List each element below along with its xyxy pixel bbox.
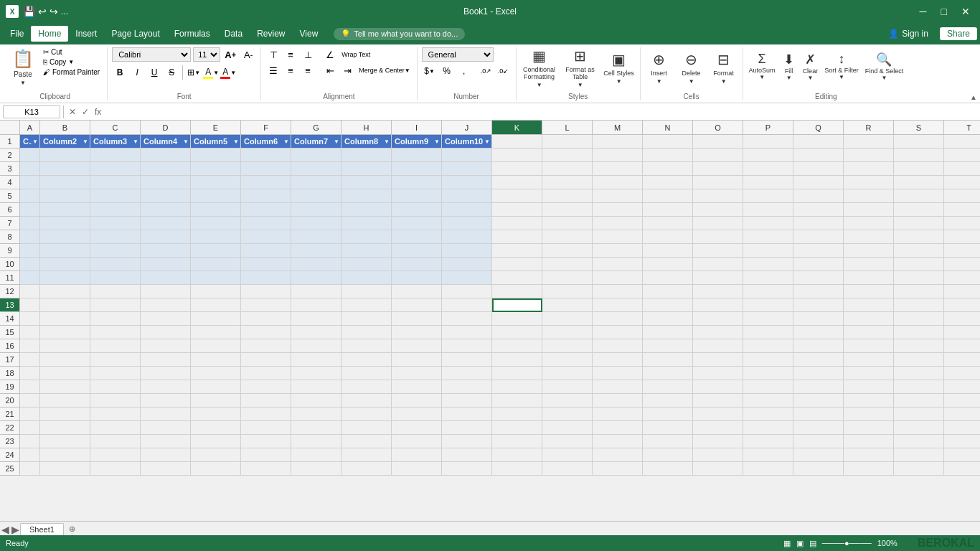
cell-D6[interactable] (141, 203, 191, 217)
cell-E5[interactable] (191, 189, 241, 203)
cell-F25[interactable] (241, 462, 291, 476)
cell-L3[interactable] (542, 162, 593, 176)
cell-J16[interactable] (442, 339, 492, 353)
cell-K2[interactable] (492, 149, 542, 162)
cell-K1[interactable] (492, 135, 542, 149)
cell-G20[interactable] (291, 394, 341, 408)
cell-D9[interactable] (141, 244, 191, 258)
cell-G14[interactable] (291, 312, 341, 326)
cell-O4[interactable] (693, 176, 743, 189)
col-header-B[interactable]: B (40, 121, 90, 135)
cell-R8[interactable] (844, 230, 894, 244)
cell-O15[interactable] (693, 326, 743, 339)
cell-C10[interactable] (90, 258, 141, 271)
filter-btn-F1[interactable]: ▼ (283, 138, 289, 145)
cell-O23[interactable] (693, 435, 743, 448)
cell-E17[interactable] (191, 353, 241, 367)
cell-I25[interactable] (392, 462, 442, 476)
cell-S22[interactable] (894, 421, 944, 435)
cell-L8[interactable] (542, 230, 593, 244)
cell-M2[interactable] (593, 149, 643, 162)
cell-K25[interactable] (492, 462, 542, 476)
cell-A14[interactable] (20, 312, 40, 326)
cell-B20[interactable] (40, 394, 90, 408)
cell-M3[interactable] (593, 162, 643, 176)
cell-P5[interactable] (743, 189, 793, 203)
save-icon[interactable]: 💾 (23, 6, 35, 17)
cell-L2[interactable] (542, 149, 593, 162)
cell-R24[interactable] (844, 448, 894, 462)
cell-E13[interactable] (191, 298, 241, 312)
cell-R2[interactable] (844, 149, 894, 162)
cell-N20[interactable] (643, 394, 693, 408)
cell-J6[interactable] (442, 203, 492, 217)
cell-E18[interactable] (191, 367, 241, 380)
cell-P16[interactable] (743, 339, 793, 353)
cell-D15[interactable] (141, 326, 191, 339)
cell-D7[interactable] (141, 217, 191, 230)
cell-D19[interactable] (141, 380, 191, 394)
cell-H11[interactable] (341, 271, 392, 285)
cell-I4[interactable] (392, 176, 442, 189)
cell-A16[interactable] (20, 339, 40, 353)
cell-R3[interactable] (844, 162, 894, 176)
cell-I12[interactable] (392, 285, 442, 298)
cell-H22[interactable] (341, 421, 392, 435)
paste-dropdown[interactable]: ▼ (20, 80, 26, 86)
cell-T1[interactable] (944, 135, 980, 149)
clear-btn[interactable]: ✗ Clear ▼ (800, 47, 821, 88)
paste-btn[interactable]: 📋 Paste ▼ (7, 47, 39, 88)
filter-btn-E1[interactable]: ▼ (233, 138, 239, 145)
cell-Q23[interactable] (793, 435, 844, 448)
view-page-layout-btn[interactable]: ▣ (796, 539, 804, 548)
cell-L18[interactable] (542, 367, 593, 380)
cell-R21[interactable] (844, 408, 894, 421)
cell-P11[interactable] (743, 271, 793, 285)
row-header-12[interactable]: 12 (0, 285, 20, 298)
cell-L11[interactable] (542, 271, 593, 285)
cell-J4[interactable] (442, 176, 492, 189)
cell-A5[interactable] (20, 189, 40, 203)
col-header-K[interactable]: K (492, 121, 542, 135)
cell-B22[interactable] (40, 421, 90, 435)
cell-A8[interactable] (20, 230, 40, 244)
cell-styles-btn[interactable]: ▣ Cell Styles ▼ (601, 47, 637, 88)
col-header-J[interactable]: J (442, 121, 492, 135)
cell-O3[interactable] (693, 162, 743, 176)
cell-A17[interactable] (20, 353, 40, 367)
cell-I23[interactable] (392, 435, 442, 448)
cell-R7[interactable] (844, 217, 894, 230)
cell-R17[interactable] (844, 353, 894, 367)
cell-K14[interactable] (492, 312, 542, 326)
cell-K7[interactable] (492, 217, 542, 230)
cell-C21[interactable] (90, 408, 141, 421)
col-header-C[interactable]: C (90, 121, 141, 135)
format-btn[interactable]: ⊟ Format ▼ (708, 47, 740, 88)
cell-C22[interactable] (90, 421, 141, 435)
cell-M21[interactable] (593, 408, 643, 421)
cell-J14[interactable] (442, 312, 492, 326)
cell-M8[interactable] (593, 230, 643, 244)
row-header-25[interactable]: 25 (0, 462, 20, 476)
col-header-R[interactable]: R (844, 121, 894, 135)
cell-S14[interactable] (894, 312, 944, 326)
cell-R19[interactable] (844, 380, 894, 394)
sheet-nav-left[interactable]: ◀ (1, 524, 9, 535)
cell-C19[interactable] (90, 380, 141, 394)
cell-E22[interactable] (191, 421, 241, 435)
cell-J2[interactable] (442, 149, 492, 162)
cell-I19[interactable] (392, 380, 442, 394)
menu-home[interactable]: Home (31, 26, 68, 42)
cell-T3[interactable] (944, 162, 980, 176)
cell-B5[interactable] (40, 189, 90, 203)
cell-A15[interactable] (20, 326, 40, 339)
cell-G24[interactable] (291, 448, 341, 462)
cell-G22[interactable] (291, 421, 341, 435)
share-btn[interactable]: Share (940, 27, 977, 40)
cell-O13[interactable] (693, 298, 743, 312)
cell-Q22[interactable] (793, 421, 844, 435)
cell-P24[interactable] (743, 448, 793, 462)
menu-view[interactable]: View (293, 26, 326, 42)
cell-L12[interactable] (542, 285, 593, 298)
cell-P2[interactable] (743, 149, 793, 162)
